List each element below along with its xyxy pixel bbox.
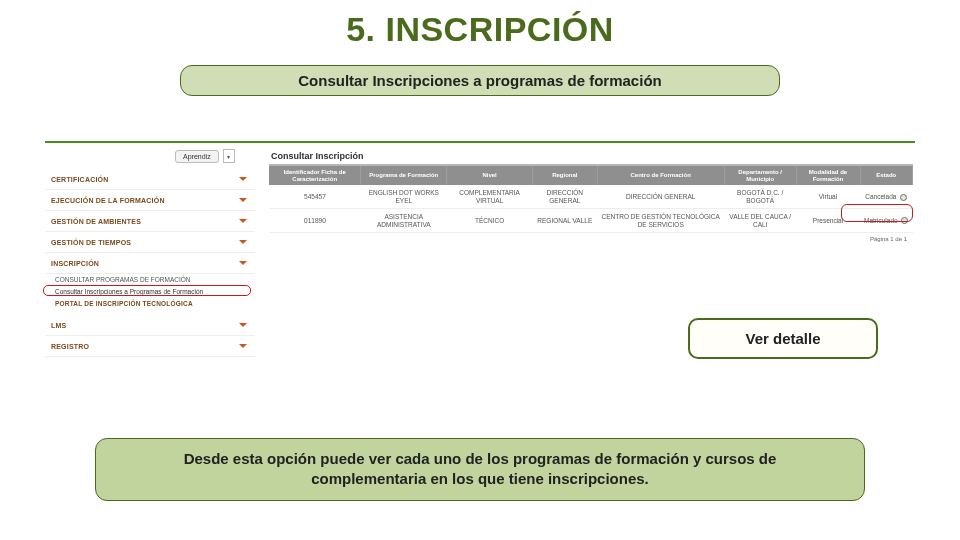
col-depto: Departamento / Municipio — [724, 166, 796, 185]
table-row[interactable]: 545457 ENGLISH DOT WORKS EYEL COMPLEMENT… — [269, 185, 913, 208]
sidebar-item-label: CERTIFICACIÓN — [51, 176, 108, 183]
table-header-row: Identificador Ficha de Caracterización P… — [269, 166, 913, 185]
sidebar-item-label: EJECUCIÓN DE LA FORMACIÓN — [51, 197, 165, 204]
sidebar-item-ejecucion[interactable]: EJECUCIÓN DE LA FORMACIÓN — [45, 190, 255, 211]
chevron-down-icon — [239, 261, 247, 265]
cell-id: 545457 — [269, 185, 361, 208]
table-row[interactable]: 011890 ASISTENCIA ADMINISTRATIVA TÉCNICO… — [269, 209, 913, 233]
cell-estado[interactable]: Cancelada — [860, 185, 913, 208]
col-estado: Estado — [860, 166, 913, 185]
col-id: Identificador Ficha de Caracterización — [269, 166, 361, 185]
subtitle-pill: Consultar Inscripciones a programas de f… — [180, 65, 780, 96]
sidebar-sub-consultar-programas[interactable]: CONSULTAR PROGRAMAS DE FORMACIÓN — [45, 274, 255, 286]
chevron-down-icon — [239, 344, 247, 348]
col-programa: Programa de Formación — [361, 166, 447, 185]
cell-modalidad: Presencial — [796, 209, 860, 233]
detail-circle-icon[interactable] — [901, 217, 908, 224]
role-selector-row: Aprendiz ▾ — [175, 149, 235, 163]
sidebar-item-label: LMS — [51, 322, 66, 329]
cell-id: 011890 — [269, 209, 361, 233]
chevron-down-icon — [239, 219, 247, 223]
col-nivel: Nivel — [447, 166, 533, 185]
cell-regional: DIRECCIÓN GENERAL — [533, 185, 597, 208]
cell-programa: ASISTENCIA ADMINISTRATIVA — [361, 209, 447, 233]
chevron-down-icon — [239, 177, 247, 181]
sidebar-item-inscripcion[interactable]: INSCRIPCIÓN — [45, 253, 255, 274]
col-modalidad: Modalidad de Formación — [796, 166, 860, 185]
cell-nivel: COMPLEMENTARIA VIRTUAL — [447, 185, 533, 208]
role-dropdown[interactable]: ▾ — [223, 149, 235, 163]
main-panel: Consultar Inscripción Identificador Fich… — [269, 149, 913, 242]
sidebar-item-label: INSCRIPCIÓN — [51, 260, 99, 267]
sidebar-item-certificacion[interactable]: CERTIFICACIÓN — [45, 169, 255, 190]
cell-regional: REGIONAL VALLE — [533, 209, 597, 233]
chevron-down-icon — [239, 240, 247, 244]
cell-programa: ENGLISH DOT WORKS EYEL — [361, 185, 447, 208]
sidebar-item-label: REGISTRO — [51, 343, 89, 350]
table-pager: Página 1 de 1 — [269, 233, 913, 242]
sidebar-item-registro[interactable]: REGISTRO — [45, 336, 255, 357]
cell-depto: VALLE DEL CAUCA / CALI — [724, 209, 796, 233]
footer-explainer: Desde esta opción puede ver cada uno de … — [95, 438, 865, 501]
sidebar-item-lms[interactable]: LMS — [45, 315, 255, 336]
sidebar-item-label: GESTIÓN DE TIEMPOS — [51, 239, 131, 246]
role-button[interactable]: Aprendiz — [175, 150, 219, 163]
sidebar-nav: CERTIFICACIÓN EJECUCIÓN DE LA FORMACIÓN … — [45, 169, 255, 357]
estado-text: Matriculado — [864, 217, 898, 224]
detail-circle-icon[interactable] — [900, 194, 907, 201]
sidebar-sub-consultar-inscripciones[interactable]: Consultar Inscripciones a Programas de F… — [45, 286, 255, 298]
cell-modalidad: Virtual — [796, 185, 860, 208]
panel-title: Consultar Inscripción — [269, 149, 913, 166]
cell-centro: CENTRO DE GESTIÓN TECNOLÓGICA DE SERVICI… — [597, 209, 724, 233]
inscripciones-table: Identificador Ficha de Caracterización P… — [269, 166, 913, 233]
chevron-down-icon — [239, 323, 247, 327]
cell-nivel: TÉCNICO — [447, 209, 533, 233]
estado-text: Cancelada — [865, 193, 896, 200]
sidebar-item-label: GESTIÓN DE AMBIENTES — [51, 218, 141, 225]
cell-estado[interactable]: Matriculado — [860, 209, 913, 233]
sidebar-item-tiempos[interactable]: GESTIÓN DE TIEMPOS — [45, 232, 255, 253]
col-regional: Regional — [533, 166, 597, 185]
cell-centro: DIRECCIÓN GENERAL — [597, 185, 724, 208]
sidebar-item-ambientes[interactable]: GESTIÓN DE AMBIENTES — [45, 211, 255, 232]
sidebar-sub-portal[interactable]: PORTAL DE INSCRIPCIÓN TECNOLÓGICA — [45, 298, 255, 310]
cell-depto: BOGOTÁ D.C. / BOGOTÁ — [724, 185, 796, 208]
chevron-down-icon — [239, 198, 247, 202]
ver-detalle-callout: Ver detalle — [688, 318, 878, 359]
col-centro: Centro de Formación — [597, 166, 724, 185]
slide-title: 5. INSCRIPCIÓN — [0, 10, 960, 49]
